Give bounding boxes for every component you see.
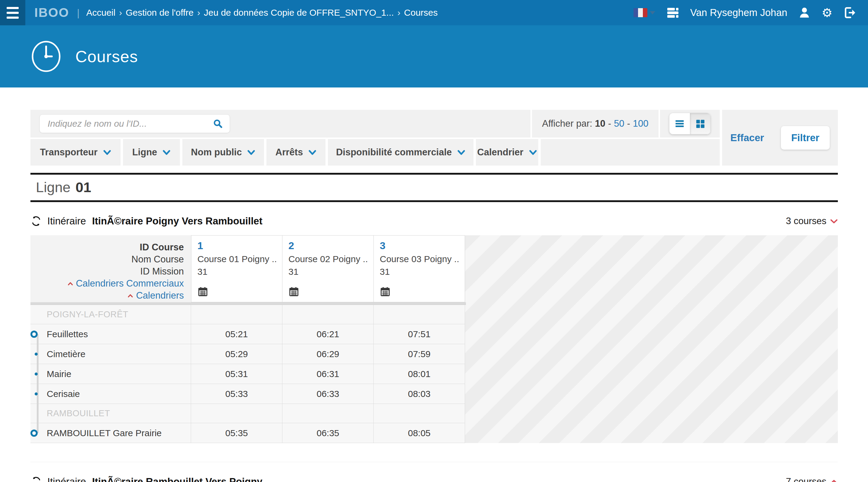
zone-label: POIGNY-LA-FORÊT [30, 305, 191, 324]
courses-count-toggle[interactable]: 7 courses [786, 476, 838, 482]
courses-count: 7 courses [786, 476, 827, 482]
itinerary-title: ItinÃ©raire Rambouillet Vers Poigny [92, 476, 262, 482]
page-size-10[interactable]: 10 [595, 118, 605, 129]
caret-up-icon [127, 294, 133, 298]
search-box[interactable] [39, 114, 230, 133]
header-table-divider [30, 302, 466, 305]
breadcrumb-item[interactable]: Courses [404, 7, 438, 18]
caret-up-icon [67, 282, 73, 286]
filter-dropdown-label: Nom public [191, 147, 242, 158]
breadcrumb-item[interactable]: Jeu de données Copie de OFFRE_SNTYO_1... [204, 7, 394, 18]
logout-icon[interactable] [843, 6, 857, 20]
search-icon[interactable] [213, 118, 223, 129]
time-cell: 08:03 [374, 384, 465, 404]
time-cell [282, 404, 374, 423]
stop-label: Mairie [30, 364, 191, 384]
calendriers-commerciaux-link-label: Calendriers Commerciaux [76, 278, 184, 289]
filter-dropdown-arr-ts[interactable]: Arrêts [267, 139, 326, 166]
breadcrumb[interactable]: Accueil›Gestion de l'offre›Jeu de donnée… [86, 7, 438, 18]
chevron-down-icon [529, 150, 537, 155]
course-id-link[interactable]: 3 [380, 240, 459, 252]
filter-actions: Effacer Filtrer [722, 110, 838, 166]
time-cell: 05:31 [191, 364, 282, 384]
stop-label: Cerisaie [30, 384, 191, 404]
settings-gear-icon[interactable]: ⚙ [822, 7, 832, 19]
time-cell: 05:21 [191, 324, 282, 344]
label-nom-course: Nom Course [131, 253, 184, 265]
filter-dropdown-label: Ligne [132, 147, 157, 158]
zone-row: POIGNY-LA-FORÊT [30, 305, 466, 324]
apply-filters-button[interactable]: Filtrer [781, 126, 830, 150]
breadcrumb-item[interactable]: Accueil [86, 7, 116, 18]
time-cell: 06:33 [282, 384, 374, 404]
search-input[interactable] [48, 118, 213, 129]
calendriers-commerciaux-link[interactable]: Calendriers Commerciaux [67, 278, 184, 289]
filter-dropdown-nom-public[interactable]: Nom public [182, 139, 264, 166]
app-logo: IBOO [34, 5, 69, 20]
striped-filler [465, 235, 838, 302]
line-label: Ligne [36, 179, 70, 195]
french-flag-icon [633, 8, 647, 17]
grid-view-button[interactable] [690, 113, 710, 134]
route-icon [30, 215, 42, 227]
course-cell: 2Course 02 Poigny ...31 [282, 235, 374, 302]
calendar-icon[interactable] [197, 286, 276, 297]
itinerary-kind-label: Itinéraire [47, 215, 86, 227]
page-header: Courses [0, 25, 868, 87]
label-id-course: ID Course [140, 241, 184, 253]
stops-connector-line [37, 334, 38, 433]
time-cell: 07:51 [374, 324, 465, 344]
filter-dropdown-label: Transporteur [40, 147, 97, 158]
course-mission-id: 31 [288, 267, 367, 277]
hamburger-menu-icon[interactable] [0, 0, 25, 25]
zone-label: RAMBOUILLET [30, 404, 191, 423]
clear-filters-button[interactable]: Effacer [730, 132, 764, 144]
time-cell [191, 305, 282, 324]
time-cell [374, 404, 465, 423]
itinerary-section: ItinéraireItinÃ©raire Rambouillet Vers P… [30, 462, 838, 482]
page-size-selector: Afficher par: 10 - 50 - 100 [532, 110, 658, 138]
filter-dropdown-calendrier[interactable]: Calendrier [476, 139, 538, 166]
stop-row: Cerisaie05:3306:3308:03 [30, 384, 466, 404]
course-name: Course 03 Poigny ... [380, 254, 459, 264]
calendar-icon[interactable] [380, 286, 459, 297]
filter-dropdown-transporteur[interactable]: Transporteur [30, 139, 121, 166]
user-profile-icon[interactable] [798, 6, 811, 20]
row-label-text: Cimetière [47, 349, 85, 359]
clock-icon [30, 40, 62, 73]
course-mission-id: 31 [197, 267, 276, 277]
breadcrumb-item[interactable]: Gestion de l'offre [126, 7, 193, 18]
breadcrumb-separator: › [119, 7, 122, 18]
language-selector[interactable] [633, 8, 655, 17]
course-id-link[interactable]: 1 [197, 240, 276, 252]
stop-row: Mairie05:3106:3108:01 [30, 364, 466, 384]
stops-table: POIGNY-LA-FORÊTFeuillettes05:2106:2107:5… [30, 305, 466, 443]
filter-dropdown-ligne[interactable]: Ligne [123, 139, 180, 166]
stop-row: Feuillettes05:2106:2107:51 [30, 324, 466, 344]
course-id-link[interactable]: 2 [288, 240, 367, 252]
line-heading: Ligne 01 [30, 173, 838, 202]
page-size-50[interactable]: 50 [614, 118, 624, 129]
time-cell: 08:01 [374, 364, 465, 384]
page-size-label: Afficher par: [542, 118, 592, 129]
time-cell: 06:31 [282, 364, 374, 384]
page-size-100[interactable]: 100 [633, 118, 649, 129]
list-view-button[interactable] [670, 113, 690, 134]
list-view-icon [674, 118, 685, 129]
calendriers-link[interactable]: Calendriers [127, 289, 184, 302]
itinerary-kind-label: Itinéraire [47, 476, 86, 482]
grid-view-icon [695, 118, 706, 129]
chevron-down-icon [308, 150, 316, 155]
itinerary-header: ItinéraireItinÃ©raire Poigny Vers Rambou… [30, 210, 838, 232]
filter-dropdown-disponibilit-commerciale[interactable]: Disponibilité commerciale [328, 139, 473, 166]
courses-count-toggle[interactable]: 3 courses [786, 216, 838, 227]
row-label-text: RAMBOUILLET Gare Prairie [47, 428, 161, 438]
course-cell: 1Course 01 Poigny ...31 [191, 235, 282, 302]
calendar-icon[interactable] [288, 286, 367, 297]
top-bar: IBOO | Accueil›Gestion de l'offre›Jeu de… [0, 0, 868, 25]
page-title: Courses [75, 47, 138, 66]
line-number: 01 [75, 179, 91, 195]
environments-icon[interactable] [665, 5, 680, 20]
time-cell [282, 305, 374, 324]
course-mission-id: 31 [380, 267, 459, 277]
